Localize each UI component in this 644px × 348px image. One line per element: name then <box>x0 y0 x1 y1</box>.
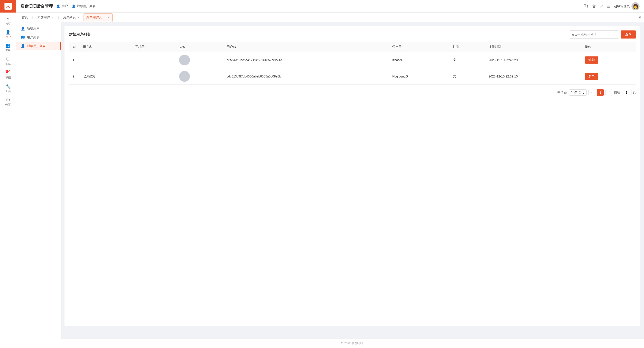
data-table: ⚙ 用户名 手机号 头像 用户ID 悟空号 性别 注册时间 操作 <box>69 42 636 85</box>
pagination: 共 2 条 15条/页 ∨ ‹ 1 › 前往 页 <box>69 89 636 96</box>
goto-input[interactable] <box>622 89 632 96</box>
content-area: 封禁用户列表 查询 ⚙ 用户名 <box>61 22 644 338</box>
tabs-bar: 首页 | 添加用户 ✕ | 用户列表 ✕ 封禁用户列.... ✕ ∨ <box>16 12 644 22</box>
cell-avatar <box>176 68 223 85</box>
tab-ban-list-label: 封禁用户列.... <box>86 16 106 20</box>
page-size-chevron: ∨ <box>582 91 585 94</box>
cell-phone <box>132 52 176 68</box>
sub-sidebar-user-list-label: 用户列表 <box>27 36 40 40</box>
home-icon: ⌂ <box>6 16 9 21</box>
tab-add-user-close[interactable]: ✕ <box>52 16 54 19</box>
main-area: 唐僧叨叨后台管理 👤 用户 › 👤 封禁用户列表 T↕ 文 ⤢ ▤ 超级管理员 … <box>16 0 644 348</box>
fullscreen-icon[interactable]: ⤢ <box>600 4 603 9</box>
tab-user-list-label: 用户列表 <box>63 16 76 20</box>
table-wrapper: ⚙ 用户名 手机号 头像 用户ID 悟空号 性别 注册时间 操作 <box>69 42 636 85</box>
sidebar-item-label-tool: 工具 <box>5 89 11 93</box>
body-area: 👤 新增用户 👥 用户列表 👤 封禁用户列表 封禁用户列表 <box>16 22 644 348</box>
sidebar-item-label-report: 举报 <box>5 76 11 80</box>
current-page-btn[interactable]: 1 <box>597 89 604 96</box>
search-input[interactable] <box>570 30 619 38</box>
content-wrapper: 封禁用户列表 查询 ⚙ 用户名 <box>61 22 644 348</box>
top-header: 唐僧叨叨后台管理 👤 用户 › 👤 封禁用户列表 T↕ 文 ⤢ ▤ 超级管理员 … <box>16 0 644 12</box>
goto-unit: 页 <box>633 90 636 94</box>
sub-sidebar-item-add-user[interactable]: 👤 新增用户 <box>16 24 61 33</box>
sub-sidebar-add-user-label: 新增用户 <box>27 27 40 31</box>
tab-home[interactable]: 首页 <box>19 14 31 22</box>
tab-add-user-label: 添加用户 <box>38 16 50 20</box>
user-list-icon: 👥 <box>20 35 25 40</box>
sub-sidebar-item-user-list[interactable]: 👥 用户列表 <box>16 33 61 42</box>
page-size-select[interactable]: 15条/页 ∨ <box>569 89 587 96</box>
sidebar-item-label-home: 首页 <box>5 22 11 26</box>
page-header: 封禁用户列表 查询 <box>69 30 636 38</box>
th-action: 操作 <box>581 42 636 52</box>
cell-index: 2 <box>69 68 79 85</box>
next-page-btn[interactable]: › <box>606 89 612 96</box>
page-size-label: 15条/页 <box>571 90 582 94</box>
cell-reg-time: 2023-12-10 22:39:10 <box>485 68 581 85</box>
table-row: 1 e8554d18ec5a41719e591c1357a8221c Kbosd… <box>69 52 636 68</box>
breadcrumb-ban-icon: 👤 <box>72 4 76 8</box>
breadcrumb-sep: › <box>69 4 70 8</box>
page-title: 封禁用户列表 <box>69 32 90 37</box>
cell-action: 解禁 <box>581 68 636 85</box>
goto-label: 前往 <box>614 90 620 94</box>
sidebar-item-report[interactable]: 🚩 举报 <box>0 68 16 82</box>
tab-sep-2: | <box>58 16 59 19</box>
th-user-id: 用户ID <box>223 42 389 52</box>
translate-icon[interactable]: 文 <box>592 4 596 9</box>
th-avatar: 头像 <box>176 42 223 52</box>
sub-sidebar: 👤 新增用户 👥 用户列表 👤 封禁用户列表 <box>16 22 61 348</box>
font-size-icon[interactable]: T↕ <box>584 4 588 8</box>
sidebar: 人 ⌂ 首页 👤 用户 👥 群组 ⊙ 消息 🚩 举报 🔧 工具 ⚙ 设置 <box>0 0 16 348</box>
page-goto: 前往 页 <box>614 89 636 96</box>
add-user-icon: 👤 <box>20 26 25 31</box>
logo-text: 人 <box>6 4 10 9</box>
sidebar-logo: 人 <box>0 0 16 12</box>
header-right: T↕ 文 ⤢ ▤ 超级管理员 👩 <box>584 2 640 10</box>
tab-add-user[interactable]: 添加用户 ✕ <box>34 14 57 22</box>
user-icon: 👤 <box>6 30 10 34</box>
prev-page-btn[interactable]: ‹ <box>588 89 595 96</box>
layout-icon[interactable]: ▤ <box>606 4 610 9</box>
group-icon: 👥 <box>6 44 10 48</box>
tab-user-list-close[interactable]: ✕ <box>78 16 80 19</box>
breadcrumb-ban: 封禁用户列表 <box>77 4 96 8</box>
report-icon: 🚩 <box>5 70 11 75</box>
ban-list-icon: 👤 <box>20 44 25 48</box>
sidebar-item-tool[interactable]: 🔧 工具 <box>0 82 16 96</box>
th-wukong: 悟空号 <box>389 42 450 52</box>
header-user[interactable]: 超级管理员 👩 <box>614 2 640 10</box>
th-settings[interactable]: ⚙ <box>69 42 79 52</box>
sidebar-nav: ⌂ 首页 👤 用户 👥 群组 ⊙ 消息 🚩 举报 🔧 工具 ⚙ 设置 <box>0 12 16 348</box>
tool-icon: 🔧 <box>5 84 11 88</box>
th-gender: 性别 <box>450 42 485 52</box>
sidebar-item-label-user: 用户 <box>5 35 11 39</box>
sidebar-item-settings[interactable]: ⚙ 设置 <box>0 96 16 109</box>
th-username: 用户名 <box>79 42 132 52</box>
cell-action: 解禁 <box>581 52 636 68</box>
unban-button[interactable]: 解禁 <box>585 73 598 80</box>
content-card: 封禁用户列表 查询 ⚙ 用户名 <box>64 26 640 326</box>
cell-gender: 女 <box>450 52 485 68</box>
tab-ban-list[interactable]: 封禁用户列.... ✕ <box>84 14 113 22</box>
avatar: 👩 <box>632 2 640 10</box>
cell-username: 七月星河 <box>79 68 132 85</box>
tabs-expand-btn[interactable]: ∨ <box>639 15 641 20</box>
search-button[interactable]: 查询 <box>621 30 636 38</box>
table-row: 2 七月星河 cdc613c9f7bb4060abab6585a5b08e5b … <box>69 68 636 85</box>
sidebar-item-home[interactable]: ⌂ 首页 <box>0 14 16 28</box>
tab-user-list[interactable]: 用户列表 ✕ <box>60 14 83 22</box>
tab-home-label: 首页 <box>22 16 28 20</box>
sidebar-item-label-message: 消息 <box>5 62 11 66</box>
sidebar-item-message[interactable]: ⊙ 消息 <box>0 54 16 68</box>
tab-ban-list-close[interactable]: ✕ <box>108 16 110 19</box>
logo-icon: 人 <box>4 3 12 10</box>
header-left: 唐僧叨叨后台管理 👤 用户 › 👤 封禁用户列表 <box>20 4 96 9</box>
sub-sidebar-item-ban-list[interactable]: 👤 封禁用户列表 <box>16 42 61 50</box>
unban-button[interactable]: 解禁 <box>585 56 598 64</box>
tab-sep-1: | <box>32 16 33 19</box>
sidebar-item-user[interactable]: 👤 用户 <box>0 28 16 41</box>
sidebar-item-group[interactable]: 👥 群组 <box>0 41 16 54</box>
breadcrumb-user-icon: 👤 <box>56 4 60 8</box>
